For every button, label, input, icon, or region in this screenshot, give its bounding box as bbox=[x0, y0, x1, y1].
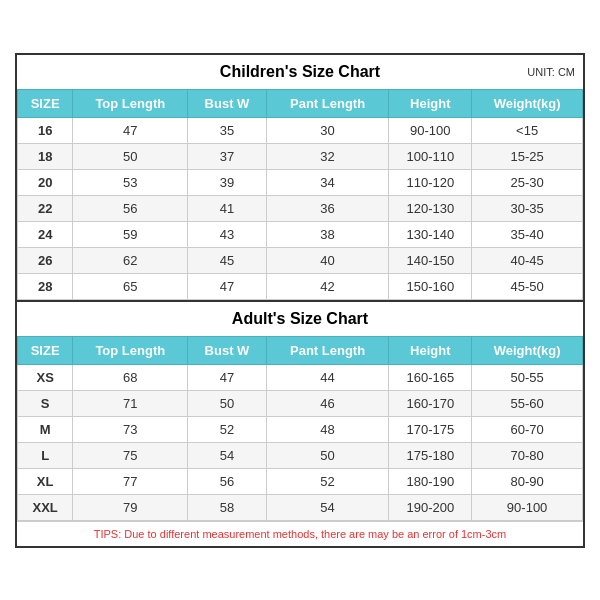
list-item: 100-110 bbox=[389, 143, 472, 169]
list-item: 55-60 bbox=[472, 390, 583, 416]
list-item: 32 bbox=[266, 143, 389, 169]
children-title: Children's Size Chart bbox=[220, 63, 380, 80]
list-item: 58 bbox=[188, 494, 266, 520]
list-item: 39 bbox=[188, 169, 266, 195]
adult-header-row: SIZE Top Length Bust W Pant Length Heigh… bbox=[18, 336, 583, 364]
adult-table: SIZE Top Length Bust W Pant Length Heigh… bbox=[17, 336, 583, 521]
adult-title: Adult's Size Chart bbox=[232, 310, 368, 327]
list-item: 52 bbox=[266, 468, 389, 494]
table-row: XS684744160-16550-55 bbox=[18, 364, 583, 390]
list-item: 41 bbox=[188, 195, 266, 221]
col-header-size: SIZE bbox=[18, 89, 73, 117]
list-item: 46 bbox=[266, 390, 389, 416]
table-row: 1647353090-100<15 bbox=[18, 117, 583, 143]
list-item: 150-160 bbox=[389, 273, 472, 299]
list-item: 50 bbox=[266, 442, 389, 468]
list-item: 77 bbox=[73, 468, 188, 494]
table-row: 28654742150-16045-50 bbox=[18, 273, 583, 299]
list-item: 54 bbox=[188, 442, 266, 468]
table-row: 20533934110-12025-30 bbox=[18, 169, 583, 195]
list-item: 25-30 bbox=[472, 169, 583, 195]
list-item: 79 bbox=[73, 494, 188, 520]
adult-col-header-top-length: Top Length bbox=[73, 336, 188, 364]
list-item: 24 bbox=[18, 221, 73, 247]
list-item: 50 bbox=[73, 143, 188, 169]
list-item: 52 bbox=[188, 416, 266, 442]
list-item: 59 bbox=[73, 221, 188, 247]
col-header-pant-length: Pant Length bbox=[266, 89, 389, 117]
table-row: XXL795854190-20090-100 bbox=[18, 494, 583, 520]
list-item: 90-100 bbox=[472, 494, 583, 520]
list-item: 40 bbox=[266, 247, 389, 273]
list-item: 48 bbox=[266, 416, 389, 442]
list-item: XS bbox=[18, 364, 73, 390]
list-item: 36 bbox=[266, 195, 389, 221]
list-item: L bbox=[18, 442, 73, 468]
list-item: 170-175 bbox=[389, 416, 472, 442]
list-item: 56 bbox=[188, 468, 266, 494]
list-item: 20 bbox=[18, 169, 73, 195]
size-chart-container: Children's Size Chart UNIT: CM SIZE Top … bbox=[15, 53, 585, 548]
list-item: XXL bbox=[18, 494, 73, 520]
list-item: 71 bbox=[73, 390, 188, 416]
list-item: 175-180 bbox=[389, 442, 472, 468]
list-item: 110-120 bbox=[389, 169, 472, 195]
list-item: 50-55 bbox=[472, 364, 583, 390]
list-item: S bbox=[18, 390, 73, 416]
list-item: 70-80 bbox=[472, 442, 583, 468]
list-item: 30 bbox=[266, 117, 389, 143]
table-row: S715046160-17055-60 bbox=[18, 390, 583, 416]
list-item: <15 bbox=[472, 117, 583, 143]
list-item: 120-130 bbox=[389, 195, 472, 221]
children-header-row: SIZE Top Length Bust W Pant Length Heigh… bbox=[18, 89, 583, 117]
adult-col-header-weight: Weight(kg) bbox=[472, 336, 583, 364]
list-item: 56 bbox=[73, 195, 188, 221]
col-header-height: Height bbox=[389, 89, 472, 117]
table-row: 26624540140-15040-45 bbox=[18, 247, 583, 273]
list-item: 35 bbox=[188, 117, 266, 143]
list-item: 44 bbox=[266, 364, 389, 390]
adult-col-header-pant-length: Pant Length bbox=[266, 336, 389, 364]
list-item: 28 bbox=[18, 273, 73, 299]
list-item: 43 bbox=[188, 221, 266, 247]
list-item: 37 bbox=[188, 143, 266, 169]
list-item: 45 bbox=[188, 247, 266, 273]
list-item: 35-40 bbox=[472, 221, 583, 247]
list-item: XL bbox=[18, 468, 73, 494]
list-item: 40-45 bbox=[472, 247, 583, 273]
list-item: 18 bbox=[18, 143, 73, 169]
list-item: 73 bbox=[73, 416, 188, 442]
list-item: 26 bbox=[18, 247, 73, 273]
adult-col-header-bust-w: Bust W bbox=[188, 336, 266, 364]
table-row: M735248170-17560-70 bbox=[18, 416, 583, 442]
list-item: 190-200 bbox=[389, 494, 472, 520]
col-header-top-length: Top Length bbox=[73, 89, 188, 117]
list-item: 160-165 bbox=[389, 364, 472, 390]
list-item: 65 bbox=[73, 273, 188, 299]
list-item: 53 bbox=[73, 169, 188, 195]
table-row: L755450175-18070-80 bbox=[18, 442, 583, 468]
list-item: 160-170 bbox=[389, 390, 472, 416]
list-item: 60-70 bbox=[472, 416, 583, 442]
list-item: M bbox=[18, 416, 73, 442]
list-item: 47 bbox=[188, 364, 266, 390]
col-header-weight: Weight(kg) bbox=[472, 89, 583, 117]
list-item: 22 bbox=[18, 195, 73, 221]
list-item: 42 bbox=[266, 273, 389, 299]
list-item: 54 bbox=[266, 494, 389, 520]
list-item: 47 bbox=[188, 273, 266, 299]
list-item: 62 bbox=[73, 247, 188, 273]
list-item: 90-100 bbox=[389, 117, 472, 143]
table-row: 22564136120-13030-35 bbox=[18, 195, 583, 221]
list-item: 180-190 bbox=[389, 468, 472, 494]
list-item: 16 bbox=[18, 117, 73, 143]
table-row: 24594338130-14035-40 bbox=[18, 221, 583, 247]
children-title-row: Children's Size Chart UNIT: CM bbox=[17, 55, 583, 89]
col-header-bust-w: Bust W bbox=[188, 89, 266, 117]
list-item: 15-25 bbox=[472, 143, 583, 169]
list-item: 130-140 bbox=[389, 221, 472, 247]
list-item: 80-90 bbox=[472, 468, 583, 494]
list-item: 34 bbox=[266, 169, 389, 195]
list-item: 140-150 bbox=[389, 247, 472, 273]
adult-col-header-size: SIZE bbox=[18, 336, 73, 364]
